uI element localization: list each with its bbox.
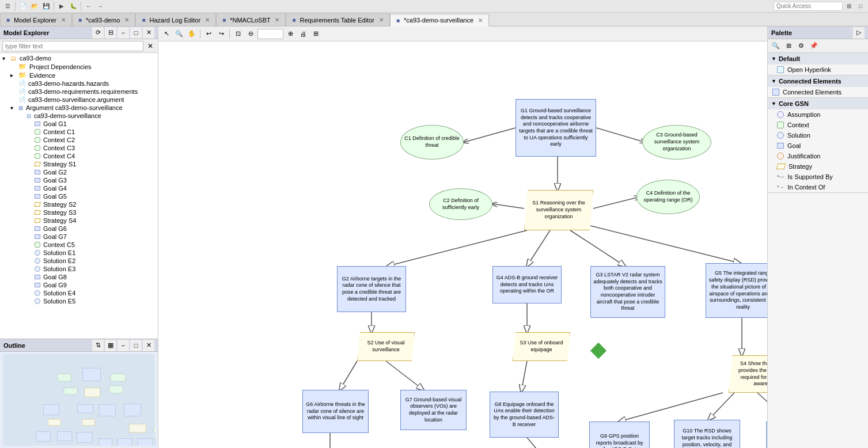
node-g9[interactable]: G9 GPS position reports broadcast by the… xyxy=(589,422,650,448)
node-g11[interactable]: G11 The RSD is calibrated and centered t… xyxy=(766,422,767,448)
outline-pin-btn[interactable]: − xyxy=(117,340,129,351)
connected-elements-item[interactable]: Connected Elements xyxy=(768,87,868,97)
palette-item-hyperlink[interactable]: Open Hyperlink xyxy=(768,64,868,75)
node-diamond-diamond1[interactable] xyxy=(590,343,607,359)
palette-settings-btn[interactable]: ⚙ xyxy=(795,40,807,52)
palette-section-default-header[interactable]: ▼ Default xyxy=(768,53,868,64)
toolbar-new[interactable]: 📄 xyxy=(18,1,28,12)
tree-item-hazards-file[interactable]: 📄ca93-demo-hazards.hazards xyxy=(0,79,158,88)
diag-zoomin-btn[interactable]: ⊕ xyxy=(285,28,296,40)
tree-item-goal-g1[interactable]: Goal G1 xyxy=(0,120,158,128)
tree-item-solution-e3[interactable]: Solution E3 xyxy=(0,265,158,273)
palette-pin2-btn[interactable]: 📌 xyxy=(808,40,820,52)
node-s3[interactable]: S3 Use of onboard equipage xyxy=(513,332,570,361)
node-g7[interactable]: G7 Ground-based visual observers (VOs) a… xyxy=(400,390,467,430)
outline-sort-btn[interactable]: ⇅ xyxy=(92,340,104,351)
diag-layout-btn[interactable]: ⊞ xyxy=(310,28,321,40)
filter-clear-btn[interactable]: ✕ xyxy=(145,40,156,52)
node-c4[interactable]: C4 Definition of the operating range (OR… xyxy=(636,180,700,214)
node-s4[interactable]: S4 Show that the RSD provides the inform… xyxy=(729,355,767,393)
node-g4[interactable]: G4 ADS-B ground receiver detects and tra… xyxy=(492,266,562,303)
me-max-btn[interactable]: □ xyxy=(130,27,142,39)
tree-item-argument[interactable]: ▾⊠Argument ca93-demo-surveillance xyxy=(0,104,158,112)
diag-fit-btn[interactable]: ⊡ xyxy=(232,28,244,40)
palette-item-justification[interactable]: Justification xyxy=(768,151,868,161)
tab-requirements-table[interactable]: ■Requirements Table Editor✕ xyxy=(286,13,389,26)
palette-item-goal[interactable]: Goal xyxy=(768,141,868,151)
tree-item-surveillance-node[interactable]: ⊟ca93-demo-surveillance xyxy=(0,112,158,120)
tree-item-goal-g5[interactable]: Goal G5 xyxy=(0,192,158,200)
tab-hazard-log[interactable]: ■Hazard Log Editor✕ xyxy=(135,13,216,26)
tree-item-surveillance-file[interactable]: 📄ca93-demo-surveillance.argument xyxy=(0,96,158,104)
tree-item-goal-g7[interactable]: Goal G7 xyxy=(0,233,158,241)
palette-item-issupported[interactable]: *— Is Supported By xyxy=(768,172,868,182)
toolbar-maximize[interactable]: □ xyxy=(855,1,866,12)
outline-close-btn[interactable]: ✕ xyxy=(143,340,154,351)
node-s1[interactable]: S1 Reasoning over the surveillance syste… xyxy=(524,190,593,230)
tree-item-requirements-file[interactable]: 📄ca93-demo-requirements.requirements xyxy=(0,88,158,96)
tab-ca93-demo[interactable]: ■*ca93-demo✕ xyxy=(72,13,135,26)
tree-item-context-c2[interactable]: Context C2 xyxy=(0,136,158,144)
diagram-canvas[interactable]: G1 Ground-based surveillance detects and… xyxy=(158,41,767,448)
toolbar-perspective[interactable]: ⊞ xyxy=(844,1,854,12)
palette-item-context[interactable]: Context xyxy=(768,120,868,130)
me-collapse-btn[interactable]: ⊟ xyxy=(105,27,116,39)
node-g3[interactable]: G3 LSTAR V2 radar system adequately dete… xyxy=(590,266,665,318)
tree-item-goal-g8[interactable]: Goal G8 xyxy=(0,273,158,281)
palette-layout-btn[interactable]: ⊞ xyxy=(783,40,794,52)
tree-item-solution-e4[interactable]: Solution E4 xyxy=(0,289,158,297)
palette-item-incontext[interactable]: *→ In Context Of xyxy=(768,182,868,192)
tree-item-evidence[interactable]: ▸📁Evidence xyxy=(0,71,158,79)
tree-item-solution-e5[interactable]: Solution E5 xyxy=(0,297,158,305)
node-c3[interactable]: C3 Ground-based surveillance system orga… xyxy=(642,125,711,160)
node-c1[interactable]: C1 Definition of credible threat xyxy=(400,125,464,160)
node-g10[interactable]: G10 The RSD shows target tracks includin… xyxy=(674,420,740,448)
me-pin-btn[interactable]: − xyxy=(117,27,129,39)
quick-access-input[interactable] xyxy=(774,2,843,11)
toolbar-open[interactable]: 📂 xyxy=(29,1,40,12)
tree-toggle-ca93-demo[interactable]: ▾ xyxy=(2,55,9,62)
palette-pin-btn[interactable]: ▷ xyxy=(853,27,865,39)
palette-item-assumption[interactable]: Assumption xyxy=(768,109,868,120)
palette-section-connected-header[interactable]: ▼ Connected Elements xyxy=(768,75,868,87)
filter-input[interactable] xyxy=(2,41,143,51)
tree-item-project-deps[interactable]: 📁Project Dependencies xyxy=(0,62,158,71)
tree-item-solution-e2[interactable]: Solution E2 xyxy=(0,257,158,265)
toolbar-run[interactable]: ▶ xyxy=(56,1,67,12)
palette-search-btn[interactable]: 🔍 xyxy=(770,40,782,52)
diag-zoom-btn[interactable]: 🔍 xyxy=(173,28,185,40)
node-g8[interactable]: G8 Equipage onboard the UAs enable their… xyxy=(490,392,559,438)
toolbar-save[interactable]: 💾 xyxy=(41,1,51,12)
node-g2[interactable]: G2 Airborne targets in the radar cone of… xyxy=(337,266,406,312)
tree-item-context-c3[interactable]: Context C3 xyxy=(0,144,158,152)
toolbar-back[interactable]: ← xyxy=(84,1,94,12)
node-g6[interactable]: G6 Airborne threats in the radar cone of… xyxy=(302,390,369,433)
toolbar-debug[interactable]: 🐛 xyxy=(68,1,78,12)
node-g1[interactable]: G1 Ground-based surveillance detects and… xyxy=(516,99,596,157)
tree-item-strategy-s1[interactable]: Strategy S1 xyxy=(0,160,158,168)
tree-item-strategy-s4[interactable]: Strategy S4 xyxy=(0,217,158,225)
me-sync-btn[interactable]: ⟳ xyxy=(92,27,104,39)
tree-item-goal-g6[interactable]: Goal G6 xyxy=(0,225,158,233)
tree-item-goal-g3[interactable]: Goal G3 xyxy=(0,176,158,184)
tree-item-ca93-demo[interactable]: ▾🗂ca93-demo xyxy=(0,54,158,62)
tab-nmaclosbt[interactable]: ■*NMACLoSBT✕ xyxy=(216,13,286,26)
tree-item-goal-g9[interactable]: Goal G9 xyxy=(0,281,158,289)
node-c2[interactable]: C2 Definition of sufficiently early xyxy=(429,188,492,220)
diag-pan-btn[interactable]: ✋ xyxy=(186,28,198,40)
node-g5[interactable]: G5 The integrated range safety display (… xyxy=(706,263,767,318)
toolbar-forward[interactable]: → xyxy=(95,1,105,12)
diag-select-btn[interactable]: ↖ xyxy=(161,28,172,40)
tree-item-context-c5[interactable]: Context C5 xyxy=(0,241,158,249)
tree-item-goal-g2[interactable]: Goal G2 xyxy=(0,168,158,176)
toolbar-menu[interactable]: ☰ xyxy=(2,1,13,12)
diag-undo-btn[interactable]: ↩ xyxy=(203,28,214,40)
diag-print-btn[interactable]: 🖨 xyxy=(297,28,309,40)
diag-redo-btn[interactable]: ↪ xyxy=(215,28,227,40)
palette-item-strategy[interactable]: Strategy xyxy=(768,161,868,172)
zoom-input[interactable]: 100% xyxy=(257,29,283,39)
palette-item-solution[interactable]: Solution xyxy=(768,130,868,141)
outline-view-btn[interactable]: ▦ xyxy=(105,340,116,351)
tab-model-explorer[interactable]: ■Model Explorer✕ xyxy=(0,13,72,26)
tree-item-goal-g4[interactable]: Goal G4 xyxy=(0,184,158,192)
